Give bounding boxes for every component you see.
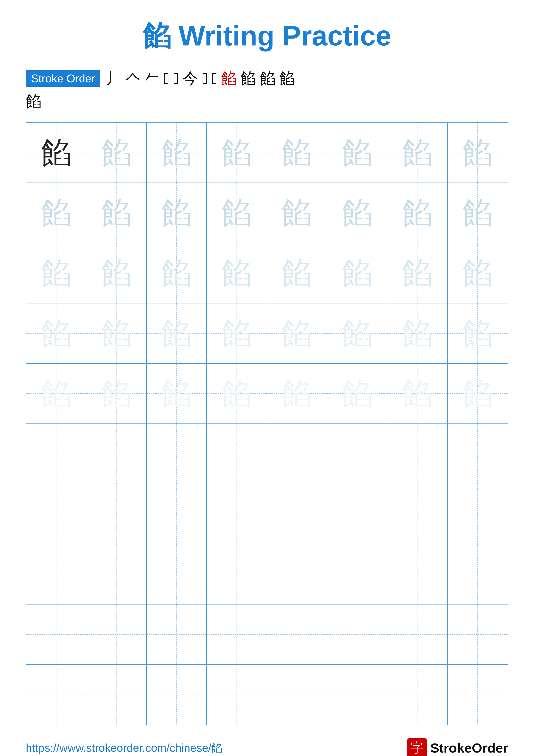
grid-cell: 餡: [207, 304, 267, 364]
stroke-chars: 丿 𠆢 𠂉 𠃊 𠂊 今 𠂎 𠂎 餡 餡 餡 餡: [106, 68, 295, 89]
stroke-final-line: 餡: [26, 91, 508, 112]
writing-grid: 餡 餡 餡 餡 餡 餡 餡 餡 餡 餡 餡 餡 餡 餡 餡 餡 餡 餡 餡 餡 …: [26, 122, 508, 725]
grid-cell: 餡: [447, 243, 508, 304]
grid-cell: [267, 544, 327, 605]
grid-cell: 餡: [147, 243, 207, 304]
grid-cell: [87, 605, 146, 664]
grid-cell: 餡: [26, 243, 87, 304]
grid-cell: 餡: [267, 123, 327, 183]
grid-cell: 餡: [26, 304, 87, 364]
stroke-order-row: Stroke Order 丿 𠆢 𠂉 𠃊 𠂊 今 𠂎 𠂎 餡 餡 餡 餡 餡: [26, 68, 508, 112]
grid-cell: [207, 484, 267, 544]
grid-cell: 餡: [327, 243, 387, 304]
grid-cell: [26, 484, 87, 544]
page-title: 餡 Writing Practice: [143, 17, 391, 55]
grid-cell: 餡: [147, 304, 207, 364]
grid-cell: 餡: [267, 304, 327, 364]
grid-cell: 餡: [387, 123, 447, 183]
grid-cell: 餡: [447, 364, 508, 424]
grid-cell: 餡: [87, 123, 146, 183]
stroke-11: 餡: [260, 68, 275, 89]
page: 餡 Writing Practice Stroke Order 丿 𠆢 𠂉 𠃊 …: [0, 0, 534, 756]
grid-row-6: [26, 424, 508, 484]
grid-cell: 餡: [147, 123, 207, 183]
grid-cell: 餡: [387, 243, 447, 304]
grid-row-5: 餡 餡 餡 餡 餡 餡 餡 餡: [26, 364, 508, 424]
grid-cell: [267, 605, 327, 664]
logo-char: 字: [411, 739, 423, 756]
grid-cell: [327, 664, 387, 725]
grid-cell: 餡: [207, 364, 267, 424]
stroke-5: 𠂊: [173, 69, 179, 88]
footer-logo-text: StrokeOrder: [430, 740, 508, 756]
stroke-3: 𠂉: [144, 69, 160, 88]
grid-cell: 餡: [207, 183, 267, 243]
grid-cell: 餡: [87, 183, 146, 243]
grid-cell: [87, 664, 146, 725]
grid-cell: 餡: [26, 364, 87, 424]
grid-cell: [387, 484, 447, 544]
stroke-7: 𠂎: [202, 69, 208, 88]
stroke-final-char: 餡: [26, 93, 41, 110]
grid-row-7: [26, 484, 508, 544]
grid-cell: [147, 424, 207, 484]
grid-cell: 餡: [447, 183, 508, 243]
grid-cell: [26, 544, 87, 605]
grid-cell: [267, 484, 327, 544]
stroke-1: 丿: [106, 68, 121, 89]
footer-url[interactable]: https://www.strokeorder.com/chinese/餡: [26, 741, 222, 756]
grid-cell: [147, 605, 207, 664]
stroke-9: 餡: [221, 68, 237, 89]
grid-cell: 餡: [207, 243, 267, 304]
grid-cell: 餡: [87, 364, 146, 424]
grid-row-3: 餡 餡 餡 餡 餡 餡 餡 餡: [26, 243, 508, 304]
stroke-12: 餡: [279, 68, 295, 89]
grid-cell: [207, 605, 267, 664]
footer: https://www.strokeorder.com/chinese/餡 字 …: [26, 738, 508, 756]
grid-cell: [387, 605, 447, 664]
grid-cell: 餡: [207, 123, 267, 183]
grid-cell: [87, 484, 146, 544]
stroke-10: 餡: [241, 68, 256, 89]
grid-cell: 餡: [387, 304, 447, 364]
grid-cell: [26, 424, 87, 484]
grid-cell: 餡: [26, 183, 87, 243]
stroke-order-badge: Stroke Order: [26, 70, 100, 87]
grid-cell: 餡: [327, 183, 387, 243]
grid-cell: [387, 424, 447, 484]
stroke-8: 𠂎: [212, 69, 217, 88]
grid-cell: [87, 544, 146, 605]
grid-cell: [447, 424, 508, 484]
grid-cell: 餡: [267, 243, 327, 304]
grid-cell: [207, 664, 267, 725]
grid-cell: [447, 544, 508, 605]
grid-cell: 餡: [267, 183, 327, 243]
grid-cell: [147, 544, 207, 605]
grid-cell: [267, 664, 327, 725]
stroke-4: 𠃊: [164, 69, 169, 88]
grid-cell: [327, 424, 387, 484]
stroke-2: 𠆢: [125, 69, 140, 88]
grid-cell: [447, 664, 508, 725]
grid-cell: [207, 544, 267, 605]
grid-cell: [267, 424, 327, 484]
footer-logo: 字 StrokeOrder: [407, 738, 508, 756]
grid-row-10: [26, 664, 508, 725]
grid-cell: [26, 664, 87, 725]
grid-cell: 餡: [267, 364, 327, 424]
grid-cell: [327, 605, 387, 664]
grid-row-9: [26, 605, 508, 664]
grid-cell: 餡: [87, 304, 146, 364]
grid-cell: 餡: [327, 304, 387, 364]
grid-cell: [147, 484, 207, 544]
grid-row-8: [26, 544, 508, 605]
grid-cell: 餡: [147, 364, 207, 424]
grid-cell: [327, 484, 387, 544]
grid-cell: [147, 664, 207, 725]
grid-row-4: 餡 餡 餡 餡 餡 餡 餡 餡: [26, 304, 508, 364]
grid-cell: 餡: [327, 364, 387, 424]
grid-cell: [26, 605, 87, 664]
grid-cell: 餡: [387, 183, 447, 243]
grid-cell: 餡: [387, 364, 447, 424]
grid-cell: [447, 484, 508, 544]
